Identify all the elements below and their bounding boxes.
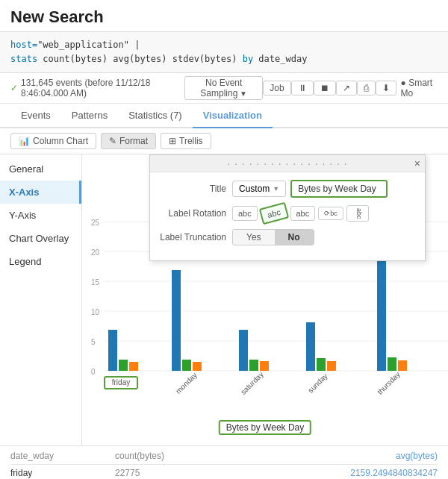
truncation-yes-btn[interactable]: Yes bbox=[233, 230, 275, 245]
sidebar-item-chart-overlay[interactable]: Chart Overlay bbox=[0, 227, 81, 250]
svg-rect-21 bbox=[306, 322, 315, 371]
toggle-group: Yes No bbox=[232, 229, 314, 245]
tab-patterns[interactable]: Patterns bbox=[61, 104, 118, 128]
data-table: date_wday count(bytes) avg(bytes) friday… bbox=[0, 445, 448, 479]
svg-text:0: 0 bbox=[91, 368, 96, 376]
svg-rect-20 bbox=[260, 361, 269, 371]
svg-text:15: 15 bbox=[91, 278, 100, 287]
x-axis-title-text: Bytes by Week Day bbox=[219, 420, 311, 435]
event-count: 131,645 events (before 11/12/18 8:46:04.… bbox=[21, 78, 177, 98]
pause-btn[interactable]: ⏸ bbox=[291, 81, 314, 96]
query-line1: host="web_application" | bbox=[10, 38, 438, 52]
drag-handle-icon: · · · · · · · · · · · · · · · · · bbox=[227, 157, 347, 169]
svg-rect-19 bbox=[249, 360, 258, 371]
status-check: ✓ bbox=[10, 83, 18, 93]
svg-rect-16 bbox=[182, 360, 191, 371]
format-panel-body: Title Custom Label Rotation abc abc abc … bbox=[150, 172, 425, 260]
status-bar: ✓ 131,645 events (before 11/12/18 8:46:0… bbox=[0, 73, 448, 104]
svg-rect-23 bbox=[327, 361, 336, 371]
rotation-controls: abc abc abc ⟳bc abc bbox=[232, 205, 369, 222]
svg-text:10: 10 bbox=[91, 308, 100, 316]
title-controls: Custom bbox=[232, 180, 388, 198]
svg-text:monday: monday bbox=[174, 371, 199, 395]
svg-text:saturday: saturday bbox=[239, 370, 265, 396]
sidebar-item-yaxis[interactable]: Y-Axis bbox=[0, 204, 81, 227]
svg-text:20: 20 bbox=[91, 248, 100, 257]
truncation-row: Label Truncation Yes No bbox=[159, 229, 416, 245]
title-input[interactable] bbox=[290, 180, 388, 198]
tab-statistics[interactable]: Statistics (7) bbox=[118, 104, 193, 128]
svg-rect-25 bbox=[388, 357, 396, 371]
column-chart-label: Column Chart bbox=[33, 136, 88, 146]
no-sampling-btn[interactable]: No Event Sampling bbox=[184, 76, 263, 100]
tab-visualization[interactable]: Visualization bbox=[193, 104, 273, 128]
svg-text:sunday: sunday bbox=[306, 372, 329, 395]
cell-avg: 2159.2494840834247 bbox=[227, 468, 438, 478]
edit-icon: ✎ bbox=[109, 136, 116, 146]
format-btn[interactable]: ✎ Format bbox=[101, 133, 156, 149]
column-chart-btn[interactable]: 📊 Column Chart bbox=[10, 133, 96, 149]
rotation-label: Label Rotation bbox=[159, 208, 226, 219]
print-btn[interactable]: ⎙ bbox=[357, 81, 376, 96]
svg-rect-13 bbox=[119, 360, 128, 371]
rotation-neg67-btn[interactable]: ⟳bc bbox=[318, 207, 343, 220]
svg-text:thursday: thursday bbox=[376, 370, 402, 396]
bar-chart-icon: 📊 bbox=[19, 136, 30, 146]
rotation-neg45-btn[interactable]: abc bbox=[290, 206, 316, 221]
sidebar: General X-Axis Y-Axis Chart Overlay Lege… bbox=[0, 154, 82, 445]
rotation-neg90-btn[interactable]: abc bbox=[346, 205, 369, 222]
title-dropdown-btn[interactable]: Custom bbox=[232, 181, 286, 197]
x-axis-title: Bytes by Week Day bbox=[219, 420, 311, 435]
tab-events[interactable]: Events bbox=[10, 104, 61, 128]
query-box: host="web_application" | stats count(byt… bbox=[0, 31, 448, 73]
svg-rect-18 bbox=[239, 330, 248, 371]
sidebar-item-general[interactable]: General bbox=[0, 157, 81, 181]
main-content: General X-Axis Y-Axis Chart Overlay Lege… bbox=[0, 154, 448, 445]
trellis-btn[interactable]: ⊞ Trellis bbox=[161, 133, 211, 149]
title-row: Title Custom bbox=[159, 180, 416, 198]
sidebar-item-legend[interactable]: Legend bbox=[0, 250, 81, 273]
rotation-row: Label Rotation abc abc abc ⟳bc abc bbox=[159, 205, 416, 222]
svg-rect-17 bbox=[193, 362, 202, 371]
stop-btn[interactable]: ⏹ bbox=[314, 81, 336, 96]
rotation-45-btn[interactable]: abc bbox=[259, 202, 289, 225]
svg-rect-14 bbox=[129, 362, 138, 371]
refresh-btn[interactable]: ↗ bbox=[336, 81, 357, 96]
svg-text:25: 25 bbox=[91, 219, 100, 227]
svg-text:friday: friday bbox=[112, 378, 130, 386]
svg-rect-22 bbox=[317, 358, 326, 371]
job-btn[interactable]: Job bbox=[263, 81, 290, 96]
download-btn[interactable]: ⬇ bbox=[376, 81, 396, 96]
cell-count: 22775 bbox=[115, 468, 227, 478]
chart-area: · · · · · · · · · · · · · · · · · × Titl… bbox=[82, 154, 448, 445]
svg-rect-12 bbox=[108, 330, 117, 371]
table-row: friday 22775 2159.2494840834247 bbox=[10, 465, 438, 479]
smart-mode: ● Smart Mo bbox=[401, 78, 438, 98]
table-header: date_wday count(bytes) avg(bytes) bbox=[10, 451, 438, 465]
col-header-1: date_wday bbox=[10, 451, 115, 461]
viz-toolbar: 📊 Column Chart ✎ Format ⊞ Trellis bbox=[0, 128, 448, 154]
cell-date-wday: friday bbox=[10, 468, 115, 478]
tabs-bar: Events Patterns Statistics (7) Visualiza… bbox=[0, 104, 448, 128]
svg-text:5: 5 bbox=[91, 338, 96, 346]
rotation-0-btn[interactable]: abc bbox=[232, 206, 258, 221]
trellis-icon: ⊞ bbox=[169, 136, 176, 146]
col-header-2: count(bytes) bbox=[115, 451, 227, 461]
format-panel: · · · · · · · · · · · · · · · · · × Titl… bbox=[149, 154, 426, 261]
trellis-label: Trellis bbox=[179, 136, 203, 146]
col-header-3: avg(bytes) bbox=[227, 451, 438, 461]
svg-rect-15 bbox=[172, 270, 181, 371]
svg-rect-26 bbox=[398, 360, 407, 371]
page-title: New Search bbox=[0, 0, 448, 31]
truncation-label: Label Truncation bbox=[159, 232, 226, 242]
truncation-no-btn[interactable]: No bbox=[275, 230, 314, 245]
title-label: Title bbox=[159, 184, 226, 194]
format-panel-handle[interactable]: · · · · · · · · · · · · · · · · · × bbox=[150, 155, 425, 172]
query-line2: stats count(bytes) avg(bytes) stdev(byte… bbox=[10, 52, 438, 66]
sidebar-item-xaxis[interactable]: X-Axis bbox=[0, 181, 81, 204]
format-label: Format bbox=[119, 136, 148, 146]
close-btn[interactable]: × bbox=[414, 157, 420, 169]
